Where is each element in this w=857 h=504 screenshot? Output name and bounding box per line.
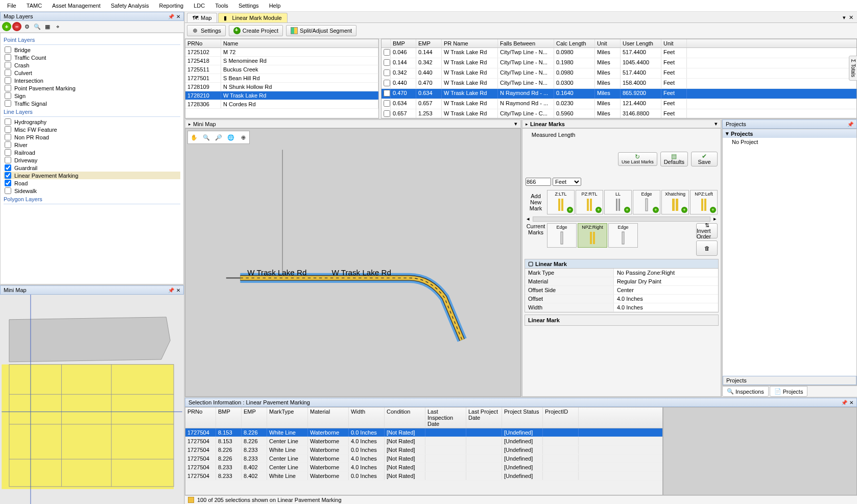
table-row[interactable]: 17275048.2338.402Center LineWaterborne4.… (185, 463, 662, 472)
dropdown-icon[interactable]: ▾ (843, 14, 846, 21)
layer-row[interactable]: Bridge (4, 46, 180, 54)
col-header[interactable]: Width (349, 407, 385, 428)
col-header[interactable]: ProjectID (543, 407, 579, 428)
table-row[interactable]: 0.4400.470W Trask Lake RdCity/Twp Line -… (382, 79, 856, 89)
add-icon[interactable]: + (624, 207, 630, 213)
property-value[interactable]: Center (614, 286, 718, 294)
selection-grid[interactable]: PRNoBMPEMPMarkTypeMaterialWidthCondition… (185, 407, 663, 495)
layer-checkbox[interactable] (5, 126, 11, 133)
row-checkbox[interactable] (384, 90, 390, 97)
close-icon[interactable]: ✕ (176, 14, 180, 19)
mark-tile[interactable]: Z:LTL+ (547, 190, 575, 214)
current-mark-tile[interactable]: Edge (547, 223, 577, 248)
delete-mark-button[interactable]: 🗑 (696, 241, 718, 256)
col-header[interactable]: BMP (391, 39, 416, 47)
table-row[interactable]: 1728210W Trask Lake Rd (185, 91, 378, 100)
layer-row[interactable]: Road (4, 179, 180, 187)
menu-ldc[interactable]: LDC (188, 1, 210, 10)
menu-reporting[interactable]: Reporting (154, 1, 188, 10)
col-header[interactable]: Unit (661, 39, 687, 47)
split-segment-button[interactable]: Split/Adjust Segment (286, 25, 356, 36)
col-header[interactable]: PR Name (442, 39, 498, 47)
col-header[interactable]: PRNo (185, 407, 216, 428)
layer-checkbox[interactable] (5, 180, 11, 186)
scroll-left[interactable]: ◂ (527, 215, 530, 222)
invert-order-button[interactable]: ⇅Invert Order (696, 223, 718, 238)
table-row[interactable]: 1725511Buckus Creek (185, 65, 378, 74)
layer-checkbox[interactable] (5, 118, 11, 125)
row-checkbox[interactable] (384, 110, 390, 117)
menu-tamc[interactable]: TAMC (21, 1, 47, 10)
table-row[interactable]: 1727501S Bean Hill Rd (185, 74, 378, 83)
layer-checkbox[interactable] (5, 46, 11, 53)
layer-tool-3[interactable]: ▦ (43, 22, 52, 31)
table-row[interactable]: 17275048.2268.233White LineWaterborne0.0… (185, 446, 662, 454)
layer-row[interactable]: Intersection (4, 77, 180, 84)
table-row[interactable]: 17275048.1538.226White LineWaterborne0.0… (185, 428, 662, 437)
collapse-icon[interactable]: ▢ (528, 260, 533, 267)
layer-row[interactable]: Sidewalk (4, 187, 180, 195)
property-row[interactable]: Offset4.0 Inches (525, 295, 718, 303)
chevron-right-icon[interactable]: ▸ (526, 122, 528, 127)
layer-row[interactable]: Point Pavement Marking (4, 84, 180, 92)
save-button[interactable]: ✔Save (691, 152, 718, 166)
menu-file[interactable]: File (2, 1, 21, 10)
layer-row[interactable]: Guardrail (4, 164, 180, 172)
row-checkbox[interactable] (384, 100, 390, 107)
defaults-button[interactable]: ▤Defaults (660, 152, 688, 166)
layer-checkbox[interactable] (5, 172, 11, 179)
layer-row[interactable]: Non PR Road (4, 133, 180, 141)
layer-checkbox[interactable] (5, 62, 11, 68)
property-row[interactable]: Offset SideCenter (525, 286, 718, 295)
totals-tab[interactable]: Σ Totals (849, 56, 857, 81)
tab-projects[interactable]: 📄Projects (770, 386, 808, 397)
use-last-marks-button[interactable]: ↻Use Last Marks (618, 152, 657, 166)
layer-checkbox[interactable] (5, 164, 11, 171)
pin-icon[interactable]: 📌 (841, 400, 847, 405)
layer-row[interactable]: River (4, 141, 180, 149)
table-row[interactable]: 1725418S Menominee Rd (185, 57, 378, 65)
layer-row[interactable]: Hydrography (4, 118, 180, 126)
layer-row[interactable]: Driveway (4, 156, 180, 164)
mark-tile[interactable]: LL+ (604, 190, 632, 214)
pr-grid[interactable]: PRNo Name 1725102M 721725418S Menominee … (185, 39, 379, 118)
table-row[interactable]: 0.4700.634W Trask Lake RdN Raymond Rd - … (382, 89, 856, 99)
add-icon[interactable]: + (653, 207, 659, 213)
current-mark-tile[interactable]: NPZ:Right (578, 223, 607, 248)
layer-row[interactable]: Misc FW Feature (4, 126, 180, 133)
projects-tree[interactable]: ▾Projects No Project Projects (722, 129, 857, 386)
col-header[interactable]: User Length (621, 39, 661, 47)
measured-unit-select[interactable]: Feet (553, 178, 581, 186)
col-header[interactable]: Last Inspection Date (425, 407, 466, 428)
mark-tile[interactable]: PZ:RTL+ (576, 190, 603, 214)
table-row[interactable]: 1728306N Cordes Rd (185, 100, 378, 109)
add-icon[interactable]: + (681, 207, 687, 213)
table-row[interactable]: 1725102M 72 (185, 48, 378, 57)
layer-row[interactable]: Sign (4, 92, 180, 100)
layer-checkbox[interactable] (5, 157, 11, 163)
col-name[interactable]: Name (221, 39, 378, 47)
table-row[interactable]: 0.6340.657W Trask Lake RdN Raymond Rd - … (382, 99, 856, 109)
layer-tool-2[interactable]: 🔍 (33, 22, 42, 31)
col-header[interactable]: Calc Length (554, 39, 595, 47)
layer-row[interactable]: Traffic Signal (4, 100, 180, 107)
layer-checkbox[interactable] (5, 85, 11, 91)
pin-icon[interactable]: 📌 (168, 14, 174, 19)
add-icon[interactable]: + (710, 207, 716, 213)
col-header[interactable]: Project Status (502, 407, 543, 428)
layer-checkbox[interactable] (5, 149, 11, 156)
pan-tool[interactable]: ✋ (189, 132, 199, 142)
layer-checkbox[interactable] (5, 54, 11, 61)
table-row[interactable]: 17275048.1538.226Center LineWaterborne4.… (185, 437, 662, 446)
layer-tool-4[interactable]: ⌖ (53, 22, 62, 31)
layer-row[interactable]: Crash (4, 61, 180, 69)
col-header[interactable]: BMP (216, 407, 242, 428)
pin-icon[interactable]: 📌 (847, 122, 853, 127)
zoom-extent-tool[interactable]: ⊕ (238, 132, 248, 142)
dropdown-icon[interactable]: ▾ (715, 121, 718, 127)
property-value[interactable]: No Passing Zone:Right (614, 269, 718, 277)
mark-tile[interactable]: Xhatching+ (661, 190, 689, 214)
col-header[interactable]: MarkType (267, 407, 308, 428)
tab-linear-mark[interactable]: ▮Linear Mark Module (218, 13, 287, 22)
close-icon[interactable]: ✕ (849, 14, 853, 21)
